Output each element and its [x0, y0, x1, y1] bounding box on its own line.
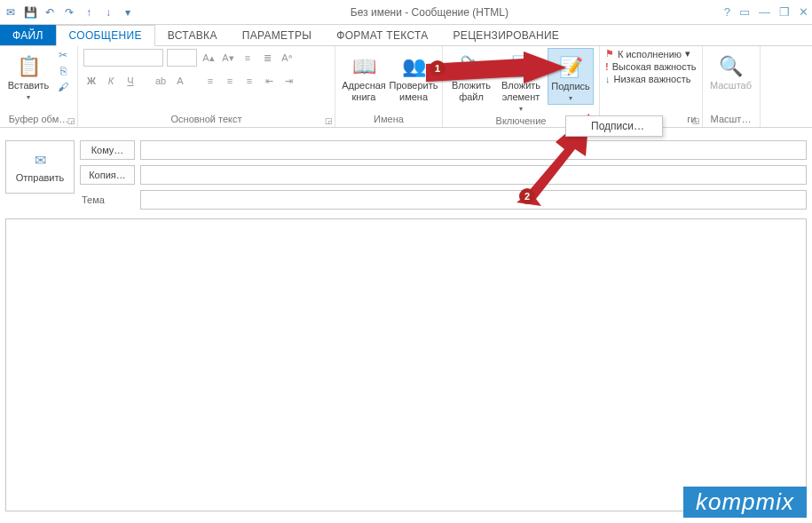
- address-book-label: Адресная книга: [341, 80, 387, 103]
- low-importance-button[interactable]: ↓ Низкая важность: [605, 74, 697, 84]
- up-icon[interactable]: ↑: [82, 5, 96, 20]
- tab-file[interactable]: ФАЙЛ: [0, 25, 56, 45]
- font-size-combo[interactable]: [167, 49, 197, 67]
- group-zoom-label: Масшт…: [708, 113, 754, 127]
- low-importance-icon: ↓: [605, 74, 611, 84]
- group-clipboard-label: Буфер обм…: [5, 113, 72, 127]
- increase-indent-icon[interactable]: ⇥: [280, 73, 296, 89]
- chevron-down-icon: ▾: [685, 48, 690, 59]
- paste-icon: 📋: [14, 52, 43, 80]
- grow-font-icon[interactable]: A▴: [201, 50, 217, 66]
- high-importance-icon: !: [605, 61, 609, 72]
- tags-launcher-icon[interactable]: ◲: [692, 116, 700, 125]
- shrink-font-icon[interactable]: A▾: [220, 50, 236, 66]
- flag-icon: ⚑: [605, 48, 614, 59]
- annotation-arrow-1: [426, 55, 568, 93]
- send-icon: ✉: [35, 152, 46, 169]
- subject-label: Тема: [80, 194, 135, 205]
- cut-icon[interactable]: ✂: [55, 48, 71, 62]
- title-bar: ✉ 💾 ↶ ↷ ↑ ↓ ▾ Без имени - Сообщение (HTM…: [0, 0, 812, 25]
- tab-options[interactable]: ПАРАМЕТРЫ: [230, 25, 325, 45]
- window-controls: ? ▭ — ❐ ✕: [724, 5, 808, 19]
- to-input[interactable]: [140, 140, 807, 160]
- undo-icon[interactable]: ↶: [43, 5, 57, 20]
- redo-icon[interactable]: ↷: [62, 5, 76, 20]
- signature-dropdown: Подписи…: [565, 115, 663, 137]
- underline-button[interactable]: Ч: [122, 73, 138, 89]
- font-launcher-icon[interactable]: ◲: [325, 116, 333, 125]
- address-book-button[interactable]: 📖 Адресная книга: [341, 48, 387, 103]
- low-importance-label: Низкая важность: [614, 74, 691, 84]
- message-body[interactable]: [5, 218, 807, 511]
- font-name-combo[interactable]: [83, 49, 163, 67]
- save-icon[interactable]: 💾: [23, 5, 37, 20]
- down-icon[interactable]: ↓: [101, 5, 115, 20]
- clipboard-launcher-icon[interactable]: ◲: [67, 116, 75, 125]
- bullets-icon[interactable]: ≡: [240, 50, 256, 66]
- italic-button[interactable]: К: [103, 73, 119, 89]
- copy-icon[interactable]: ⎘: [55, 64, 71, 78]
- numbering-icon[interactable]: ≣: [259, 50, 275, 66]
- tab-insert[interactable]: ВСТАВКА: [155, 25, 230, 45]
- format-painter-icon[interactable]: 🖌: [55, 80, 71, 94]
- magnifier-icon: 🔍: [717, 52, 745, 80]
- restore-icon[interactable]: ❐: [779, 5, 790, 19]
- callout-2: 2: [519, 188, 535, 204]
- paste-label: Вставить: [8, 80, 50, 91]
- group-names-label: Имена: [341, 113, 437, 127]
- align-center-icon[interactable]: ≡: [222, 73, 238, 89]
- cc-button[interactable]: Копия…: [80, 165, 135, 185]
- send-button[interactable]: ✉ Отправить: [5, 140, 75, 194]
- watermark: kompmix: [683, 487, 807, 518]
- follow-up-label: К исполнению: [618, 49, 682, 59]
- highlight-icon[interactable]: ab: [153, 73, 169, 89]
- chevron-down-icon: ▾: [569, 92, 572, 104]
- window-title: Без имени - Сообщение (HTML): [135, 6, 724, 19]
- ribbon-tabs: ФАЙЛ СООБЩЕНИЕ ВСТАВКА ПАРАМЕТРЫ ФОРМАТ …: [0, 25, 812, 46]
- mail-icon: ✉: [4, 5, 18, 20]
- subject-input[interactable]: [140, 190, 807, 210]
- group-font-label: Основной текст: [83, 113, 329, 127]
- align-right-icon[interactable]: ≡: [241, 73, 257, 89]
- check-names-icon: 👥: [399, 52, 428, 80]
- zoom-button[interactable]: 🔍 Масштаб: [708, 48, 754, 91]
- qat-more-icon[interactable]: ▾: [121, 5, 135, 20]
- paste-button[interactable]: 📋 Вставить ▾: [5, 48, 51, 103]
- cc-input[interactable]: [140, 165, 807, 185]
- decrease-indent-icon[interactable]: ⇤: [261, 73, 277, 89]
- group-basic-text: A▴ A▾ ≡ ≣ Aᵃ Ж К Ч ab A ≡ ≡ ≡ ⇤ ⇥ Основн: [78, 46, 335, 127]
- align-left-icon[interactable]: ≡: [202, 73, 218, 89]
- font-color-icon[interactable]: A: [172, 73, 188, 89]
- follow-up-button[interactable]: ⚑ К исполнению ▾: [605, 48, 697, 59]
- signatures-menu-item[interactable]: Подписи…: [566, 116, 662, 136]
- svg-marker-0: [426, 52, 566, 83]
- compose-header: ✉ Отправить Кому… Копия… Тема: [0, 128, 812, 213]
- bold-button[interactable]: Ж: [83, 73, 99, 89]
- styles-icon[interactable]: Aᵃ: [279, 50, 295, 66]
- send-label: Отправить: [16, 172, 65, 183]
- help-icon[interactable]: ?: [724, 5, 730, 19]
- quick-access-toolbar: ✉ 💾 ↶ ↷ ↑ ↓ ▾: [4, 5, 135, 20]
- high-importance-label: Высокая важность: [612, 61, 697, 72]
- chevron-down-icon: ▾: [27, 91, 30, 103]
- high-importance-button[interactable]: ! Высокая важность: [605, 61, 697, 72]
- zoom-label: Масштаб: [710, 80, 752, 91]
- tab-review[interactable]: РЕЦЕНЗИРОВАНИЕ: [441, 25, 572, 45]
- address-book-icon: 📖: [350, 52, 378, 80]
- tab-format[interactable]: ФОРМАТ ТЕКСТА: [324, 25, 440, 45]
- callout-1: 1: [430, 60, 445, 76]
- ribbon: 📋 Вставить ▾ ✂ ⎘ 🖌 Буфер обм… ◲ A▴ A▾ ≡ …: [0, 46, 812, 128]
- to-button[interactable]: Кому…: [80, 140, 135, 160]
- group-zoom: 🔍 Масштаб Масшт…: [703, 46, 761, 127]
- ribbon-toggle-icon[interactable]: ▭: [739, 5, 750, 19]
- group-clipboard: 📋 Вставить ▾ ✂ ⎘ 🖌 Буфер обм… ◲: [0, 46, 78, 127]
- close-icon[interactable]: ✕: [799, 5, 808, 19]
- tab-message[interactable]: СООБЩЕНИЕ: [56, 25, 155, 46]
- minimize-icon[interactable]: —: [759, 5, 770, 19]
